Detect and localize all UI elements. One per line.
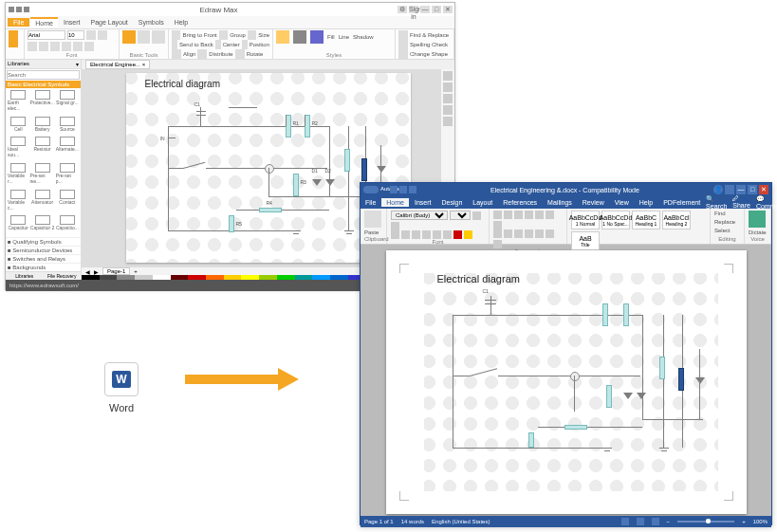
superscript-icon[interactable] — [443, 230, 452, 239]
zoom-in-icon[interactable]: + — [742, 519, 746, 524]
font-select[interactable]: Calibri (Body) — [391, 211, 448, 220]
comments-button[interactable]: 💬 Comments — [756, 195, 777, 210]
grow-font-icon[interactable] — [472, 211, 481, 220]
undo-icon[interactable] — [399, 186, 407, 193]
tab-insert[interactable]: Insert — [410, 198, 436, 207]
symbol-item[interactable]: Pre-set res... — [29, 163, 54, 189]
status-page[interactable]: Page 1 of 1 — [364, 519, 394, 524]
symbol-item[interactable]: Earth elec... — [8, 90, 28, 116]
zoom-value[interactable]: 100% — [753, 519, 768, 524]
position-icon[interactable] — [242, 40, 248, 49]
style-item[interactable]: AaBbCclHeading 2 — [662, 211, 691, 229]
symbol-item[interactable]: Resistor — [29, 137, 54, 162]
symbol-item[interactable]: Attenuator — [29, 190, 54, 215]
autosave-toggle[interactable] — [363, 186, 379, 193]
connector-tool-icon[interactable] — [152, 30, 165, 44]
tab-insert[interactable]: Insert — [59, 18, 85, 27]
style-swatch[interactable] — [293, 30, 306, 44]
color-swatch[interactable] — [241, 275, 259, 280]
underline-icon[interactable] — [50, 42, 60, 51]
category-item[interactable]: ■ Semiconductor Devices — [6, 246, 81, 254]
tab-references[interactable]: References — [498, 198, 542, 207]
style-item[interactable]: AaBbCcDd1 Normal — [571, 211, 600, 229]
status-language[interactable]: English (United States) — [432, 519, 490, 524]
italic-icon[interactable] — [39, 42, 48, 51]
select-tool-icon[interactable] — [122, 30, 136, 44]
tool-icon[interactable] — [443, 83, 453, 92]
symbol-item[interactable]: Capacitor 2 — [29, 215, 54, 235]
spell-icon[interactable] — [398, 40, 408, 49]
category-item[interactable]: ■ Qualifying Symbols — [6, 237, 81, 246]
symbol-item[interactable]: Pre-set p... — [56, 163, 79, 189]
color-swatch[interactable] — [171, 275, 189, 280]
symbol-item[interactable]: Ideal sou... — [8, 137, 28, 162]
justify-icon[interactable] — [525, 229, 533, 238]
decrease-indent-icon[interactable] — [525, 211, 533, 219]
center-icon[interactable] — [215, 40, 221, 49]
search-box[interactable]: 🔍 Search — [706, 195, 727, 210]
tab-layout[interactable]: Layout — [468, 198, 497, 207]
tab-file-recovery[interactable]: File Recovery — [44, 272, 82, 280]
tab-page-layout[interactable]: Page Layout — [85, 18, 132, 27]
font-color-icon[interactable] — [73, 42, 83, 51]
redo-icon[interactable] — [409, 186, 416, 193]
chevron-down-icon[interactable]: ▾ — [76, 61, 79, 67]
sort-icon[interactable] — [546, 211, 554, 219]
color-swatch[interactable] — [100, 275, 118, 280]
web-layout-icon[interactable] — [652, 518, 659, 525]
zoom-out-icon[interactable]: − — [667, 519, 671, 524]
align-right-icon[interactable] — [514, 229, 523, 238]
tool-icon[interactable] — [443, 105, 453, 115]
status-words[interactable]: 14 words — [401, 519, 424, 524]
color-swatch[interactable] — [277, 275, 295, 280]
align-left-icon[interactable] — [493, 229, 502, 238]
tab-pdfelement[interactable]: PDFelement — [658, 198, 705, 207]
front-icon[interactable] — [172, 30, 180, 40]
select-button[interactable]: Select — [714, 228, 740, 233]
page-tab[interactable]: Page-1 — [102, 267, 130, 275]
italic-icon[interactable] — [401, 230, 410, 239]
increase-font-icon[interactable] — [86, 30, 96, 40]
symbol-item[interactable]: Source — [56, 117, 79, 137]
tool-icon[interactable] — [443, 94, 453, 103]
replace-button[interactable]: Replace — [714, 219, 740, 225]
group-icon[interactable] — [219, 30, 228, 40]
tab-help[interactable]: Help — [635, 198, 657, 207]
font-size[interactable]: 11 — [450, 211, 471, 220]
tab-libraries[interactable]: Libraries — [6, 272, 44, 280]
font-select[interactable] — [28, 30, 65, 40]
tab-file[interactable]: File — [361, 198, 380, 207]
symbol-item[interactable]: Capacitor — [8, 215, 28, 235]
color-swatch[interactable] — [82, 275, 100, 280]
zoom-slider[interactable] — [677, 521, 734, 523]
tab-review[interactable]: Review — [578, 198, 609, 207]
library-search[interactable] — [7, 70, 80, 80]
bullets-icon[interactable] — [493, 211, 502, 219]
category-item[interactable]: ■ Backgrounds — [6, 263, 81, 271]
prev-page-icon[interactable]: ◀ — [85, 268, 90, 275]
font-size[interactable] — [67, 30, 84, 40]
borders-icon[interactable] — [493, 240, 502, 248]
color-swatch[interactable] — [135, 275, 153, 280]
maximize-button[interactable]: □ — [432, 6, 441, 13]
symbol-item[interactable]: Alternate... — [56, 137, 79, 162]
tab-help[interactable]: Help — [170, 18, 193, 27]
bold-icon[interactable] — [391, 230, 399, 239]
account-icon[interactable]: 👤 — [713, 185, 723, 194]
find-icon[interactable] — [398, 30, 408, 40]
document-tab[interactable]: Electrical Enginee... × — [85, 60, 150, 69]
paste-icon[interactable] — [364, 211, 381, 228]
rotate-icon[interactable] — [235, 49, 245, 59]
shading-icon[interactable] — [546, 229, 554, 238]
style-swatch[interactable] — [310, 30, 324, 44]
symbol-item[interactable]: Battery — [29, 117, 54, 137]
strike-icon[interactable] — [422, 230, 431, 239]
minimize-button[interactable]: — — [736, 185, 746, 194]
symbol-item[interactable]: Capacito... — [56, 215, 79, 235]
numbering-icon[interactable] — [504, 211, 512, 219]
word-document-area[interactable]: Electrical diagram C1 — [361, 245, 771, 516]
next-page-icon[interactable]: ▶ — [94, 268, 99, 275]
line-spacing-icon[interactable] — [535, 229, 544, 238]
color-swatch[interactable] — [206, 275, 224, 280]
file-tab[interactable]: File — [8, 18, 29, 27]
